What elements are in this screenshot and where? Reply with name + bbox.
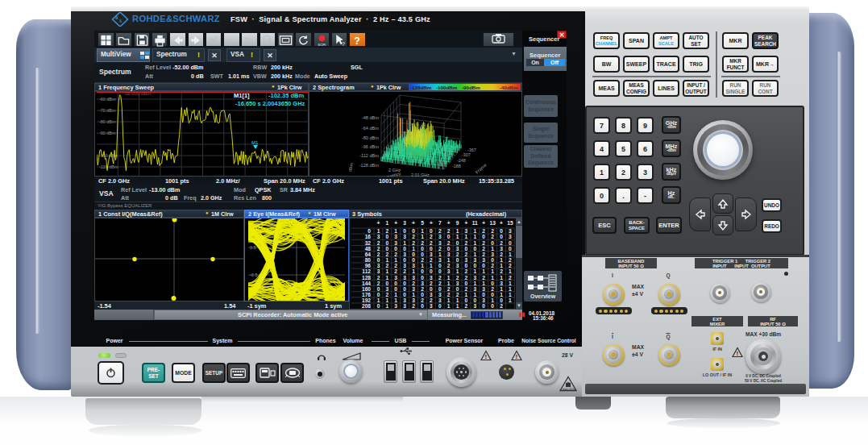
svg-text:3: 3: [500, 281, 503, 286]
svg-text:3: 3: [465, 257, 468, 263]
svg-text:96: 96: [365, 263, 372, 268]
svg-text:3: 3: [403, 303, 406, 309]
svg-text:1: 1: [509, 281, 512, 286]
svg-text:0: 0: [491, 292, 494, 297]
svg-text:1: 1: [412, 292, 415, 297]
svg-text:2: 2: [509, 257, 512, 263]
svg-text:2: 2: [421, 297, 424, 303]
svg-text:2: 2: [377, 281, 380, 286]
svg-text:7: 7: [438, 220, 442, 226]
svg-text:3: 3: [430, 275, 433, 281]
svg-text:0: 0: [509, 240, 512, 246]
svg-text:2: 2: [438, 275, 442, 281]
svg-text:0: 0: [403, 257, 406, 263]
svg-text:3: 3: [500, 246, 503, 252]
svg-text:2: 2: [509, 263, 512, 268]
svg-text:3: 3: [473, 257, 476, 263]
svg-text:3: 3: [430, 303, 433, 309]
svg-text:0: 0: [421, 292, 424, 297]
svg-text:2: 2: [438, 281, 442, 286]
svg-text:1: 1: [447, 303, 451, 309]
svg-text:5: 5: [421, 220, 424, 226]
svg-text:M1: M1: [251, 140, 259, 145]
svg-text:0: 0: [421, 252, 424, 257]
svg-text:80: 80: [365, 257, 372, 263]
svg-text:2: 2: [430, 257, 433, 263]
svg-text:1: 1: [500, 286, 503, 292]
svg-text:1: 1: [386, 220, 389, 226]
svg-text:0: 0: [394, 281, 397, 286]
svg-text:3: 3: [482, 257, 485, 263]
svg-text:1: 1: [500, 257, 503, 263]
svg-text:2: 2: [430, 281, 433, 286]
svg-text:1: 1: [500, 275, 503, 281]
svg-text:0: 0: [500, 234, 503, 239]
svg-text:3: 3: [438, 297, 442, 303]
svg-text:2: 2: [447, 240, 451, 246]
svg-text:2: 2: [465, 240, 468, 246]
svg-text:0: 0: [473, 297, 476, 303]
svg-text:0: 0: [403, 246, 406, 252]
svg-text:0: 0: [386, 234, 389, 239]
svg-text:1: 1: [394, 297, 397, 303]
svg-text:0: 0: [421, 275, 424, 281]
svg-text:3: 3: [403, 234, 406, 239]
svg-text:0: 0: [456, 257, 459, 263]
svg-text:0: 0: [438, 303, 442, 309]
svg-text:0: 0: [438, 286, 442, 292]
svg-text:1: 1: [377, 228, 380, 234]
svg-text:1: 1: [473, 234, 476, 239]
svg-text:0: 0: [394, 246, 397, 252]
svg-text:0: 0: [430, 228, 433, 234]
svg-text:1: 1: [509, 292, 512, 297]
svg-text:3: 3: [403, 275, 406, 281]
svg-text:M1[1]: M1[1]: [234, 92, 250, 99]
svg-text:2: 2: [447, 263, 451, 268]
svg-text:2: 2: [421, 257, 424, 263]
svg-text:0: 0: [377, 257, 380, 263]
svg-text:2: 2: [386, 228, 389, 234]
svg-text:2: 2: [491, 263, 494, 268]
svg-text:2: 2: [491, 234, 494, 239]
svg-text:3: 3: [438, 292, 442, 297]
svg-text:2: 2: [509, 275, 512, 281]
svg-text:13: 13: [490, 220, 496, 226]
svg-text:0: 0: [377, 292, 380, 297]
svg-text:1: 1: [447, 297, 451, 303]
svg-text:3: 3: [412, 297, 415, 303]
svg-text:0: 0: [403, 228, 406, 234]
svg-text:3: 3: [412, 286, 415, 292]
svg-text:1: 1: [386, 257, 389, 263]
svg-text:112: 112: [362, 268, 371, 274]
svg-text:1: 1: [456, 234, 459, 239]
svg-text:0: 0: [421, 303, 424, 309]
svg-text:SCPI: SCPI: [318, 43, 326, 47]
svg-text:0: 0: [447, 246, 451, 252]
svg-text:-248: -248: [457, 158, 466, 163]
svg-text:3: 3: [456, 246, 459, 252]
svg-text:3: 3: [394, 234, 397, 239]
svg-text:3: 3: [421, 281, 424, 286]
svg-text:1: 1: [430, 263, 433, 268]
svg-text:3: 3: [394, 303, 397, 309]
svg-text:1: 1: [456, 303, 459, 309]
svg-text:3: 3: [377, 268, 380, 274]
svg-text:208: 208: [362, 303, 371, 309]
svg-text:-52.000 dBm: -52.000 dBm: [123, 91, 151, 96]
svg-text:2: 2: [412, 303, 415, 309]
svg-text:11: 11: [472, 220, 478, 226]
svg-text:-128 dBm: -128 dBm: [359, 163, 380, 168]
svg-text:1: 1: [456, 268, 459, 274]
svg-text:1: 1: [421, 234, 424, 239]
svg-text:15: 15: [507, 220, 513, 226]
svg-text:1: 1: [447, 275, 451, 281]
svg-text:176: 176: [362, 292, 371, 297]
svg-text:0: 0: [482, 234, 485, 239]
svg-text:0: 0: [491, 240, 494, 246]
svg-text:0: 0: [500, 297, 503, 303]
svg-text:3: 3: [438, 240, 442, 246]
svg-text:1: 1: [465, 292, 468, 297]
svg-text:?: ?: [342, 40, 345, 47]
svg-text:2: 2: [500, 252, 503, 257]
svg-text:2: 2: [386, 292, 389, 297]
